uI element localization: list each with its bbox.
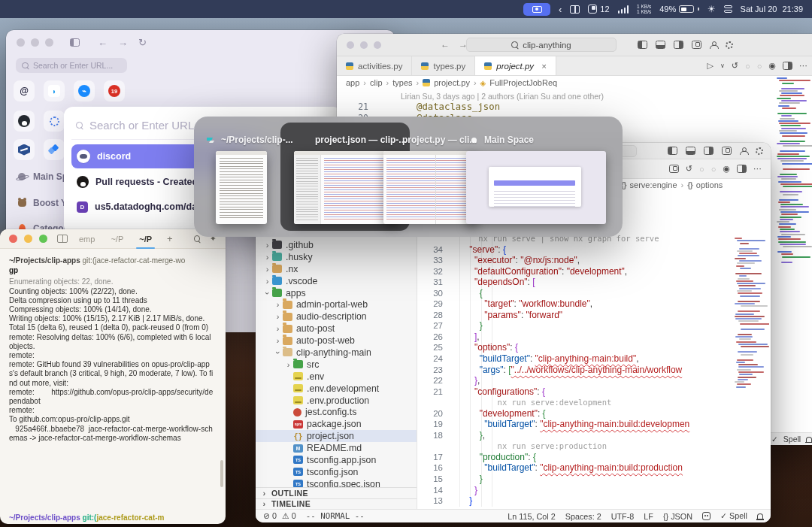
sidebar-toggle-icon[interactable] — [70, 38, 80, 47]
code-line[interactable]: 30 { — [417, 288, 733, 299]
code-line[interactable]: 17 "production": { — [417, 452, 733, 463]
explorer-item-apps[interactable]: ›apps — [256, 287, 417, 299]
code-line[interactable]: 26 ], — [417, 332, 733, 343]
screen-mirroring-button[interactable] — [523, 3, 550, 16]
tab-types-py[interactable]: types.py — [412, 56, 475, 75]
more-actions-icon[interactable]: ⋯ — [753, 164, 762, 174]
explorer-item--env-development[interactable]: .env.development — [256, 383, 417, 395]
code-line[interactable]: 32 "defaultConfiguration": "development"… — [417, 266, 733, 277]
code-line[interactable]: 24 "buildTarget": "clip-anything-main:bu… — [417, 353, 733, 365]
account-icon[interactable] — [710, 41, 717, 49]
account-icon[interactable] — [740, 147, 747, 155]
explorer-item--env[interactable]: .env — [256, 371, 417, 383]
panel-timeline[interactable]: ›TIMELINE — [256, 498, 417, 510]
app-tile-hex[interactable] — [14, 139, 35, 160]
menubar-clock[interactable]: Sat Jul 2021:39 — [741, 5, 803, 14]
close-tab-icon[interactable]: × — [541, 62, 547, 71]
terminal-output[interactable]: ~/Projects/clip-apps git:(jace-refactor-… — [0, 249, 226, 524]
menubar-collapse-chevron[interactable]: ‹ — [559, 5, 562, 14]
code-line[interactable]: 28 "params": "forward" — [417, 310, 733, 321]
browser-search-field[interactable]: Search or Enter URL... — [16, 58, 127, 73]
app-tile-messenger[interactable] — [74, 80, 95, 101]
toggle-panel-icon[interactable] — [686, 147, 695, 155]
code-line[interactable]: 27 } — [417, 320, 733, 332]
toggle-secondary-sidebar-icon[interactable] — [674, 41, 683, 49]
code-line[interactable]: 18 }, — [417, 430, 733, 441]
code-line[interactable]: 21@dataclass_json — [337, 101, 500, 113]
app-tile-gear[interactable] — [44, 111, 65, 132]
app-tile-jira[interactable] — [44, 139, 65, 160]
editor-pane[interactable]: nx run serve | show nx graph for serve34… — [417, 192, 771, 509]
search-icon[interactable] — [194, 235, 201, 242]
nav-circle-icon[interactable]: ○ — [757, 62, 762, 71]
switcher-item-project-py[interactable]: project.py — cli... — [402, 135, 477, 145]
window-thumbnail-terminal[interactable] — [216, 151, 267, 224]
explorer-item-project-json[interactable]: project.json — [256, 430, 417, 442]
codelens-action[interactable]: nx run serve:production — [417, 441, 733, 452]
status-indentation[interactable]: Spaces: 2 — [565, 512, 601, 521]
breadcrumb-item[interactable]: FullProjectJobReq — [489, 78, 557, 87]
split-editor-icon[interactable] — [783, 62, 792, 70]
app-tile-bird[interactable] — [44, 80, 65, 101]
app-tile-badge19[interactable] — [104, 80, 125, 101]
explorer-item-src[interactable]: ›src — [256, 359, 417, 371]
bookmarks-icon[interactable] — [57, 235, 68, 243]
back-reference-icon[interactable]: ↺ — [732, 61, 738, 71]
layout-icon[interactable] — [722, 147, 732, 155]
toggle-panel-icon[interactable] — [656, 41, 665, 49]
explorer-item--nx[interactable]: ›.nx — [256, 263, 417, 275]
explorer-item-tsconfig-json[interactable]: tsconfig.json — [256, 466, 417, 478]
code-line[interactable]: 20 "development": { — [417, 408, 733, 419]
switcher-item-main-space[interactable]: Main Space — [484, 135, 534, 145]
browser-traffic-lights[interactable] — [17, 38, 53, 47]
breadcrumb[interactable]: {}serve:engine›{}options — [621, 180, 723, 189]
terminal-tab[interactable]: emp — [74, 229, 99, 249]
nav-back-icon[interactable]: ← — [441, 39, 450, 50]
code-line[interactable]: 15 } — [417, 474, 733, 485]
status-language[interactable]: {} JSON — [663, 512, 692, 521]
app-tile-github[interactable] — [14, 111, 35, 132]
run-circle-icon[interactable]: ◉ — [768, 61, 776, 71]
stage-manager-badge[interactable]: 12 — [588, 5, 609, 14]
panel-outline[interactable]: ›OUTLINE — [256, 487, 417, 498]
code-line[interactable]: 31 "dependsOn": [ — [417, 277, 733, 288]
brightness-icon[interactable]: ☀ — [707, 5, 716, 14]
code-line[interactable]: 33 "executor": "@nx/js:node", — [417, 255, 733, 266]
toggle-secondary-sidebar-icon[interactable] — [704, 147, 714, 155]
status-encoding[interactable]: UTF-8 — [611, 512, 635, 521]
explorer-item-auto-post[interactable]: ›auto-post — [256, 323, 417, 335]
code-line[interactable]: 23 "args": ["../../workflows/clip-anythi… — [417, 365, 733, 376]
status-spell[interactable]: ✓ Spell — [720, 511, 747, 521]
more-actions-icon[interactable]: ⋯ — [799, 61, 807, 71]
new-tab-button[interactable]: + — [163, 233, 177, 244]
explorer-item-tsconfig-app-json[interactable]: tsconfig.app.json — [256, 454, 417, 466]
tab-activities-py[interactable]: activities.py — [337, 56, 412, 75]
explorer-item-package-json[interactable]: package.json — [256, 418, 417, 430]
notifications-bell-icon[interactable] — [757, 513, 763, 519]
reload-button[interactable]: ↻ — [138, 37, 147, 48]
minimap[interactable] — [735, 238, 769, 389]
codelens-action[interactable]: nx run serve:development — [417, 397, 733, 408]
status-eol[interactable]: LF — [644, 512, 653, 521]
window-thumbnail-main-space[interactable] — [466, 151, 606, 224]
explorer-item--env-production[interactable]: .env.production — [256, 395, 417, 407]
switcher-item-project-json[interactable]: project.json — clip-... — [315, 135, 406, 145]
breadcrumb-item[interactable]: serve:engine — [630, 180, 677, 189]
code-line[interactable]: 19 "buildTarget": "clip-anything-main:bu… — [417, 419, 733, 430]
explorer-item-jest-config-ts[interactable]: jest.config.ts — [256, 406, 417, 418]
terminal-tab-active[interactable]: ~/P — [135, 229, 156, 249]
back-reference-icon[interactable]: ↺ — [686, 164, 692, 174]
errors-indicator[interactable]: ⊘ 0 — [263, 511, 277, 521]
explorer-item-readme-md[interactable]: README.md — [256, 442, 417, 454]
scrollbar-thumb[interactable] — [220, 460, 223, 487]
explorer-item--vscode[interactable]: ›.vscode — [256, 275, 417, 287]
settings-gear-icon[interactable] — [726, 41, 733, 49]
breadcrumb-item[interactable]: clip — [370, 78, 383, 87]
breadcrumb-item[interactable]: options — [696, 180, 723, 189]
status-spell[interactable]: Spell — [783, 435, 801, 444]
toggle-sidebar-icon[interactable] — [638, 41, 647, 49]
close-button[interactable] — [9, 235, 17, 243]
back-button[interactable]: ← — [98, 37, 108, 48]
explorer-item--github[interactable]: ›.github — [256, 239, 417, 251]
nav-circle-icon[interactable]: ○ — [699, 165, 704, 174]
